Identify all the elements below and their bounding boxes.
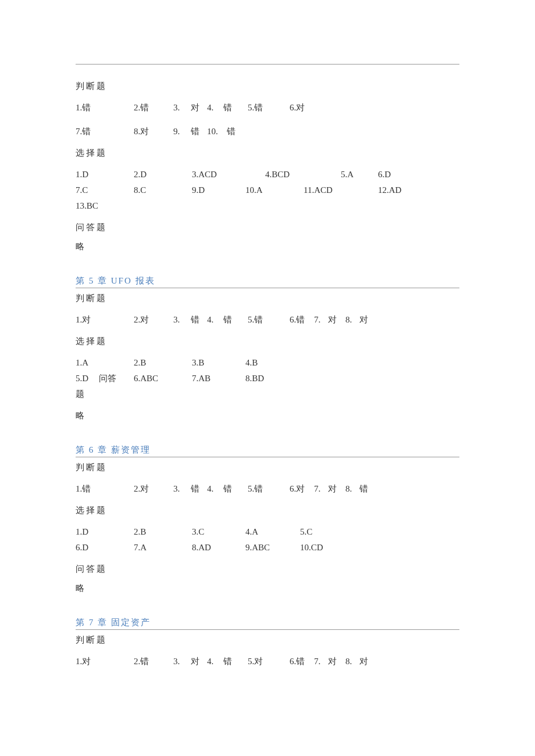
qa-omit: 略 [76,583,459,594]
ans-item: 错 [223,100,248,116]
judge-heading: 判断题 [76,462,459,473]
ans-item: 2.对 [134,312,173,328]
page-top-rule [76,64,459,65]
ans-item: 8.AD [192,540,245,556]
ans-item: 9.ABC [245,540,300,556]
ans-item: 8. [345,481,359,497]
ans-item: 错 [223,654,248,669]
judge-row-2: 7.错 8.对 9. 错 10. 错 [76,124,459,139]
ans-item: 9. [173,124,191,139]
ans-item: 4.A [245,524,300,540]
ans-item: 2.B [134,524,192,540]
chapter-6-title: 第 6 章 薪资管理 [76,445,459,457]
ans-item: 错 [227,124,236,139]
ans-item: 对 [328,654,345,669]
choice-row-2: 7.C 8.C 9.D 10.A 11.ACD 12.AD [76,182,459,198]
chapter-5-title: 第 5 章 UFO 报表 [76,275,459,288]
ans-item: 对 [191,100,207,116]
ans-item: 错 [223,481,248,497]
judge-heading: 判断题 [76,293,459,304]
judge-row: 1.错 2.对 3. 错 4. 错 5.错 6.对 7. 对 8. 错 [76,481,459,497]
ans-item: 2.错 [134,100,173,116]
ans-item: 6.对 [290,481,314,497]
ans-item: 错 [359,481,381,497]
ans-item: 5.A [341,167,378,182]
ans-item: 7. [314,481,328,497]
ans-item: 3. [173,100,191,116]
choice-heading: 选择题 [76,505,459,516]
ans-item: 4. [207,481,223,497]
ans-item: 对 [328,481,345,497]
choice-row-1: 1.D 2.B 3.C 4.A 5.C [76,524,459,540]
ans-item: 6.错 [290,654,314,669]
qa-heading: 问答题 [76,564,459,575]
ans-item: 1.D [76,524,134,540]
choice-heading: 选择题 [76,148,459,159]
ans-item: 对 [359,654,381,669]
ans-item: 7. [314,654,328,669]
ans-item: 7.A [134,540,192,556]
ans-item: 7. [314,312,328,328]
ans-item: 错 [191,124,207,139]
ans-item: 4.BCD [265,167,341,182]
ans-item: 错 [191,312,207,328]
qa-omit: 略 [76,410,459,421]
ans-item: 6.D [378,167,391,182]
ans-item: 7.错 [76,124,134,139]
ans-item: 6.对 [290,100,305,116]
qa-omit: 略 [76,241,459,252]
ans-item: 8. [345,654,359,669]
ans-item: 4.B [245,355,258,371]
ans-item: 对 [328,312,345,328]
ans-item: 7.C [76,182,134,198]
ans-item: 1.错 [76,481,134,497]
ans-item: 6.D [76,540,134,556]
ans-item: 对 [359,312,381,328]
judge-heading: 判断题 [76,81,459,92]
judge-heading: 判断题 [76,635,459,646]
ans-item: 3. [173,481,191,497]
ans-item: 4. [207,100,223,116]
ans-item: 8.BD [245,371,264,386]
ans-item: 2.B [134,355,192,371]
judge-row: 1.对 2.错 3. 对 4. 错 5.对 6.错 7. 对 8. 对 [76,654,459,669]
ans-item: 5.错 [248,100,290,116]
ans-item: 5.对 [248,654,290,669]
choice-row-3: 13.BC [76,198,459,214]
ans-item: 12.AD [378,182,401,198]
qa-heading: 问答题 [76,222,459,233]
ans-item: 1.对 [76,312,134,328]
chapter-7-title: 第 7 章 固定资产 [76,617,459,630]
ans-item: 6.错 [290,312,314,328]
choice-row-2: 5.D 问答 6.ABC 7.AB 8.BD [76,371,459,386]
ans-item: 5.错 [248,312,290,328]
ans-item: 1.错 [76,100,134,116]
ans-item: 1.A [76,355,134,371]
ans-item: 错 [223,312,248,328]
qa-inline: 问答 [99,371,134,386]
ans-item: 2.错 [134,654,173,669]
ans-item: 对 [191,654,207,669]
ans-item: 8.对 [134,124,173,139]
ans-item: 7.AB [192,371,245,386]
ans-item: 3.C [192,524,245,540]
ans-item: 10. [207,124,227,139]
ans-item: 10.CD [300,540,323,556]
ans-item: 2.对 [134,481,173,497]
ans-item: 3. [173,654,191,669]
ans-item: 13.BC [76,198,98,214]
ans-item: 2.D [134,167,192,182]
choice-heading: 选择题 [76,336,459,347]
ans-item: 6.ABC [134,371,192,386]
document-page: 判断题 1.错 2.错 3. 对 4. 错 5.错 6.对 7.错 8.对 9.… [0,0,535,712]
ans-item: 4. [207,654,223,669]
judge-row: 1.对 2.对 3. 错 4. 错 5.错 6.错 7. 对 8. 对 [76,312,459,328]
ans-item: 8. [345,312,359,328]
ans-item: 8.C [134,182,192,198]
judge-row-1: 1.错 2.错 3. 对 4. 错 5.错 6.对 [76,100,459,116]
choice-row-1: 1.D 2.D 3.ACD 4.BCD 5.A 6.D [76,167,459,182]
ans-item: 4. [207,312,223,328]
qa-tail: 题 [76,386,459,402]
ans-item: 5.C [300,524,312,540]
ans-item: 5.错 [248,481,290,497]
